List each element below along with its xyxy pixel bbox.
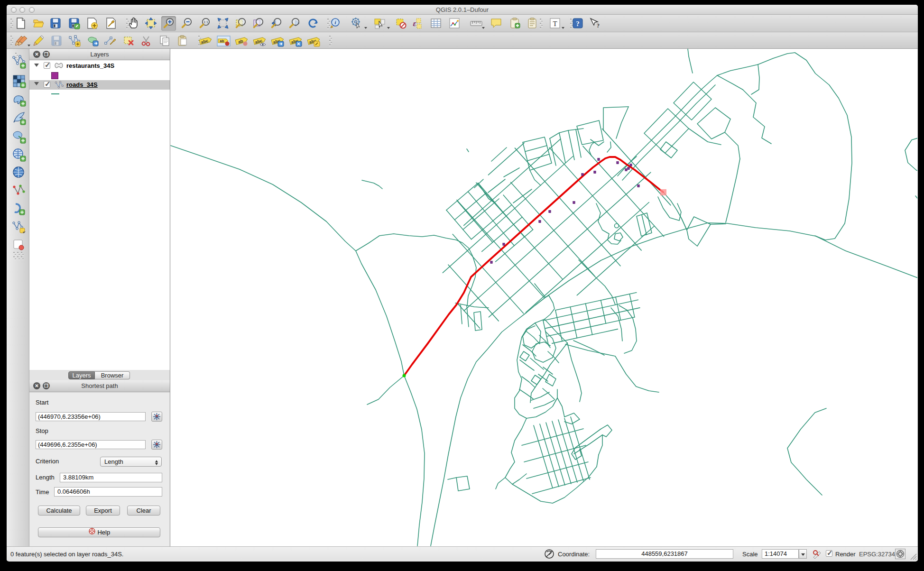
svg-text:T: T (553, 20, 557, 28)
svg-text:?: ? (576, 20, 580, 28)
svg-text:ab: ab (220, 39, 224, 43)
svg-text:1:1: 1:1 (203, 20, 208, 24)
svg-text:?: ? (597, 22, 600, 29)
svg-text:ε: ε (413, 19, 416, 28)
